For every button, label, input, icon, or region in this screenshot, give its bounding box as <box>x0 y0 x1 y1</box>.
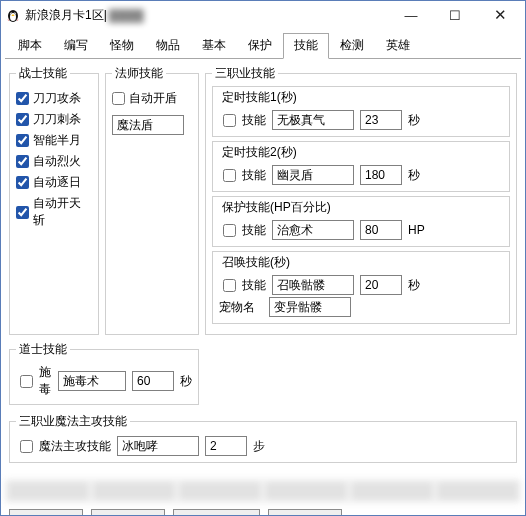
main-magic-group: 三职业魔法主攻技能 魔法主攻技能 步 <box>9 413 517 463</box>
warrior-c3[interactable]: 智能半月 <box>16 132 92 149</box>
poison-val[interactable] <box>132 371 174 391</box>
save-config-button[interactable]: 保存配置 <box>9 509 83 516</box>
mage-shield-input[interactable] <box>112 115 184 135</box>
tab-edit[interactable]: 编写 <box>53 33 99 59</box>
timed1-name[interactable] <box>272 110 354 130</box>
poison-name[interactable] <box>58 371 126 391</box>
warrior-c5[interactable]: 自动逐日 <box>16 174 92 191</box>
warrior-legend: 战士技能 <box>16 65 70 82</box>
mage-autoshield[interactable]: 自动开盾 <box>112 90 192 107</box>
timed2-group: 定时技能2(秒) 技能 秒 <box>212 141 510 192</box>
tab-content: 战士技能 刀刀攻杀 刀刀刺杀 智能半月 自动烈火 自动逐日 自动开天斩 法师技能… <box>5 58 521 467</box>
summon-name[interactable] <box>272 275 354 295</box>
tab-bar: 脚本 编写 怪物 物品 基本 保护 技能 检测 英雄 <box>1 29 525 58</box>
summon-chk[interactable]: 技能 <box>219 276 266 295</box>
sanclass-legend: 三职业技能 <box>212 65 278 82</box>
warrior-c1[interactable]: 刀刀攻杀 <box>16 90 92 107</box>
taoist-group: 道士技能 施毒 秒 <box>9 341 199 405</box>
load-config-button[interactable]: 读取配置 <box>268 509 342 516</box>
timed2-chk[interactable]: 技能 <box>219 166 266 185</box>
timed1-chk[interactable]: 技能 <box>219 111 266 130</box>
window-title: 新浪浪月卡1区 <box>25 7 104 24</box>
tab-item[interactable]: 物品 <box>145 33 191 59</box>
protect-chk[interactable]: 技能 <box>219 221 266 240</box>
protect-val[interactable] <box>360 220 402 240</box>
sanclass-group: 三职业技能 定时技能1(秒) 技能 秒 定时技能2(秒) 技能 秒 <box>205 65 517 335</box>
warrior-c4[interactable]: 自动烈火 <box>16 153 92 170</box>
protect-group: 保护技能(HP百分比) 技能 HP <box>212 196 510 247</box>
tab-skill[interactable]: 技能 <box>283 33 329 59</box>
summon-val[interactable] <box>360 275 402 295</box>
button-row: 保存配置 另存默认 恢复默认值 读取配置 <box>1 503 525 516</box>
pet-name[interactable] <box>269 297 351 317</box>
tab-protect[interactable]: 保护 <box>237 33 283 59</box>
close-button[interactable]: ✕ <box>477 2 523 28</box>
timed1-val[interactable] <box>360 110 402 130</box>
main-magic-val[interactable] <box>205 436 247 456</box>
timed1-group: 定时技能1(秒) 技能 秒 <box>212 86 510 137</box>
main-magic-chk[interactable]: 魔法主攻技能 <box>16 437 111 456</box>
taoist-legend: 道士技能 <box>16 341 70 358</box>
tab-detect[interactable]: 检测 <box>329 33 375 59</box>
tab-monster[interactable]: 怪物 <box>99 33 145 59</box>
poison-chk[interactable]: 施毒 <box>16 364 52 398</box>
main-magic-name[interactable] <box>117 436 199 456</box>
svg-point-6 <box>12 15 15 17</box>
title-bar: 新浪浪月卡1区 | ▓▓▓▓ — ☐ ✕ <box>1 1 525 29</box>
obscured-row <box>5 479 521 503</box>
timed2-val[interactable] <box>360 165 402 185</box>
save-default-button[interactable]: 另存默认 <box>91 509 165 516</box>
tab-script[interactable]: 脚本 <box>7 33 53 59</box>
maximize-button[interactable]: ☐ <box>433 2 477 28</box>
svg-point-5 <box>14 13 15 14</box>
minimize-button[interactable]: — <box>389 2 433 28</box>
tab-hero[interactable]: 英雄 <box>375 33 421 59</box>
protect-name[interactable] <box>272 220 354 240</box>
warrior-group: 战士技能 刀刀攻杀 刀刀刺杀 智能半月 自动烈火 自动逐日 自动开天斩 <box>9 65 99 335</box>
main-magic-legend: 三职业魔法主攻技能 <box>16 413 130 430</box>
pet-label: 宠物名 <box>219 299 263 316</box>
window-subtitle: ▓▓▓▓ <box>109 8 144 22</box>
svg-point-4 <box>11 13 12 14</box>
mage-legend: 法师技能 <box>112 65 166 82</box>
timed2-name[interactable] <box>272 165 354 185</box>
warrior-c2[interactable]: 刀刀刺杀 <box>16 111 92 128</box>
summon-group: 召唤技能(秒) 技能 秒 宠物名 <box>212 251 510 324</box>
tab-basic[interactable]: 基本 <box>191 33 237 59</box>
mage-group: 法师技能 自动开盾 <box>105 65 199 335</box>
restore-default-button[interactable]: 恢复默认值 <box>173 509 260 516</box>
app-icon <box>5 7 21 23</box>
warrior-c6[interactable]: 自动开天斩 <box>16 195 92 229</box>
